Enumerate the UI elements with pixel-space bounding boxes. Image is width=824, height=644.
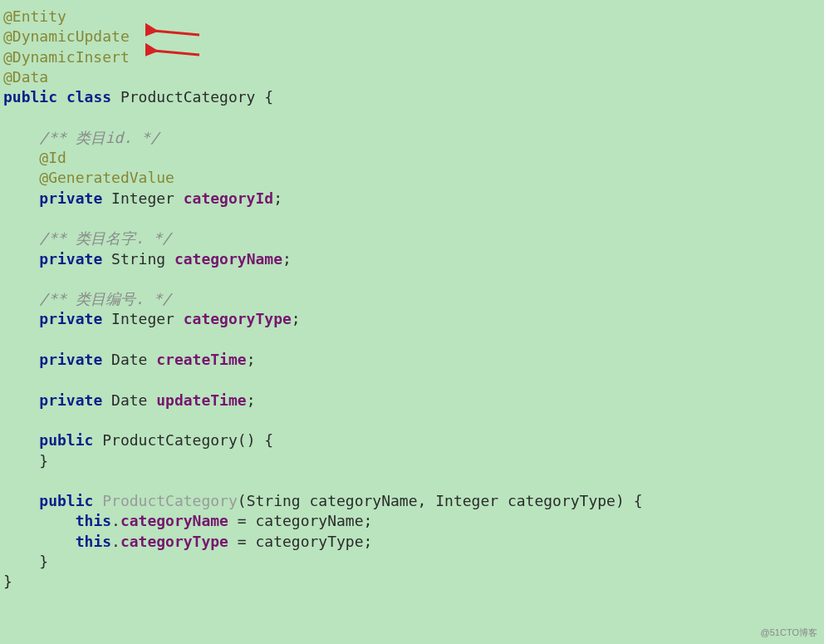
param-category-type: categoryType [255, 533, 363, 550]
field-create-time: createTime [156, 351, 246, 368]
type-date: Date [111, 351, 147, 368]
semicolon: ; [247, 351, 256, 368]
annotation-dynamic-insert: @DynamicInsert [3, 48, 130, 66]
field-category-type-assign: categoryType [120, 533, 228, 550]
semicolon: ; [247, 391, 256, 409]
field-category-type: categoryType [184, 310, 292, 327]
brace-close-class: } [3, 573, 12, 590]
class-name: ProductCategory [120, 88, 256, 106]
brace-close: } [39, 452, 48, 469]
comment-category-name: /** 类目名字. */ [39, 229, 171, 247]
keyword-class: class [66, 88, 111, 106]
brace-open: { [634, 492, 643, 509]
type-integer: Integer [111, 310, 174, 327]
constructor-name: ProductCategory [102, 431, 238, 449]
dot: . [111, 533, 120, 550]
watermark-text: @51CTO博客 [761, 627, 817, 639]
type-integer: Integer [111, 189, 174, 207]
keyword-private: private [39, 250, 102, 268]
comment-category-type: /** 类目编号. */ [39, 290, 171, 307]
field-category-name-assign: categoryName [120, 512, 228, 529]
keyword-private: private [39, 310, 102, 327]
semicolon: ; [292, 310, 301, 327]
paren-close: ) [247, 431, 256, 449]
keyword-private: private [39, 351, 102, 368]
keyword-private: private [39, 391, 102, 409]
semicolon: ; [364, 533, 373, 550]
annotation-dynamic-update: @DynamicUpdate [3, 27, 130, 45]
semicolon: ; [282, 250, 292, 268]
equals: = [228, 533, 256, 550]
annotation-data: @Data [3, 68, 48, 86]
keyword-this: this [76, 512, 111, 529]
brace-open: { [264, 431, 273, 449]
field-update-time: updateTime [156, 391, 246, 409]
keyword-public: public [39, 431, 93, 449]
paren-open: ( [238, 431, 247, 449]
annotation-generated-value: @GeneratedValue [39, 169, 174, 186]
dot: . [111, 512, 120, 529]
field-category-id: categoryId [184, 189, 273, 207]
keyword-this: this [76, 533, 111, 550]
keyword-public: public [39, 492, 93, 509]
keyword-public: public [3, 88, 57, 106]
param-category-name: categoryName [255, 512, 363, 529]
semicolon: ; [364, 512, 373, 529]
field-category-name: categoryName [174, 250, 282, 268]
code-block: @Entity @DynamicUpdate @DynamicInsert @D… [3, 7, 821, 592]
constructor-params: (String categoryName, Integer categoryTy… [238, 492, 625, 509]
type-string: String [111, 250, 165, 268]
annotation-entity: @Entity [3, 7, 66, 25]
type-date: Date [111, 391, 147, 409]
equals: = [228, 512, 256, 529]
keyword-private: private [39, 189, 102, 207]
constructor-name-gray: ProductCategory [102, 492, 238, 509]
semicolon: ; [273, 189, 282, 207]
brace-open: { [264, 88, 273, 106]
comment-category-id: /** 类目id. */ [39, 129, 159, 146]
annotation-id: @Id [39, 149, 66, 166]
brace-close: } [39, 553, 48, 570]
